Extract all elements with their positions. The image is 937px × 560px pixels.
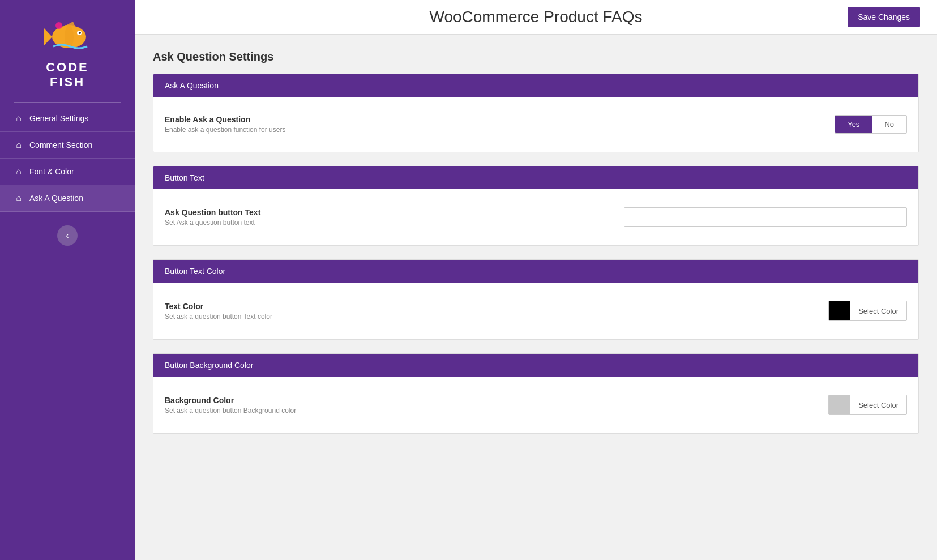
home-icon-2: ⌂ xyxy=(14,140,24,150)
content-area: Ask Question Settings Ask A Question Ena… xyxy=(135,35,937,560)
setting-info-4: Background Color Set ask a question butt… xyxy=(165,396,296,414)
yes-no-toggle: Yes No xyxy=(835,115,907,134)
sidebar-item-font-color[interactable]: ⌂ Font & Color xyxy=(0,159,135,185)
home-icon-4: ⌂ xyxy=(14,193,24,203)
sidebar-item-label: General Settings xyxy=(29,114,88,123)
sidebar-item-label: Ask A Question xyxy=(29,194,83,203)
codefish-logo xyxy=(42,11,93,57)
card-body-4: Background Color Set ask a question butt… xyxy=(153,377,918,433)
sidebar-item-general-settings[interactable]: ⌂ General Settings xyxy=(0,105,135,132)
sidebar-divider xyxy=(14,102,121,103)
setting-row-enable: Enable Ask a Question Enable ask a quest… xyxy=(165,110,907,138)
sidebar-nav: ⌂ General Settings ⌂ Comment Section ⌂ F… xyxy=(0,105,135,212)
sidebar-item-comment-section[interactable]: ⌂ Comment Section xyxy=(0,132,135,159)
sidebar-item-label: Comment Section xyxy=(29,140,92,149)
button-text-card: Button Text Ask Question button Text Set… xyxy=(153,166,919,246)
main-content: WooCommerce Product FAQs Save Changes As… xyxy=(135,0,937,560)
card-header-ask-a-question: Ask A Question xyxy=(153,74,918,97)
sidebar: CODE FISH ⌂ General Settings ⌂ Comment S… xyxy=(0,0,135,560)
svg-point-6 xyxy=(55,22,62,29)
card-header-bg-color: Button Background Color xyxy=(153,354,918,377)
section-heading: Ask Question Settings xyxy=(153,50,919,63)
card-body: Enable Ask a Question Enable ask a quest… xyxy=(153,97,918,152)
setting-row-bg-color: Background Color Set ask a question butt… xyxy=(165,390,907,420)
card-header-button-text: Button Text xyxy=(153,166,918,189)
setting-desc-4: Set ask a question button Background col… xyxy=(165,407,296,414)
button-text-color-card: Button Text Color Text Color Set ask a q… xyxy=(153,259,919,340)
svg-point-3 xyxy=(79,32,81,34)
collapse-sidebar-button[interactable]: ‹ xyxy=(57,225,78,246)
page-title: WooCommerce Product FAQs xyxy=(429,8,642,26)
logo-text: CODE FISH xyxy=(46,60,89,90)
setting-label-3: Text Color xyxy=(165,302,272,311)
text-color-swatch xyxy=(829,301,850,320)
bg-color-picker[interactable]: Select Color xyxy=(828,395,907,415)
bg-color-select-button[interactable]: Select Color xyxy=(850,396,906,414)
top-bar: WooCommerce Product FAQs Save Changes xyxy=(135,0,937,35)
home-icon-3: ⌂ xyxy=(14,166,24,177)
setting-info-3: Text Color Set ask a question button Tex… xyxy=(165,302,272,320)
sidebar-item-ask-a-question[interactable]: ⌂ Ask A Question xyxy=(0,185,135,212)
setting-row-button-text: Ask Question button Text Set Ask a quest… xyxy=(165,203,907,232)
bg-color-swatch xyxy=(829,395,850,414)
save-changes-button[interactable]: Save Changes xyxy=(848,7,920,27)
logo-area: CODE FISH xyxy=(0,0,135,100)
card-header-text-color: Button Text Color xyxy=(153,260,918,283)
setting-desc: Enable ask a question function for users xyxy=(165,126,285,134)
yes-button[interactable]: Yes xyxy=(835,116,872,133)
setting-label: Enable Ask a Question xyxy=(165,115,285,124)
setting-label-4: Background Color xyxy=(165,396,296,405)
no-button[interactable]: No xyxy=(872,116,906,133)
svg-marker-1 xyxy=(44,28,52,45)
setting-info: Enable Ask a Question Enable ask a quest… xyxy=(165,115,285,134)
card-body-2: Ask Question button Text Set Ask a quest… xyxy=(153,189,918,245)
text-color-picker[interactable]: Select Color xyxy=(828,301,907,321)
button-bg-color-card: Button Background Color Background Color… xyxy=(153,353,919,434)
setting-desc-2: Set Ask a question button text xyxy=(165,219,260,226)
card-body-3: Text Color Set ask a question button Tex… xyxy=(153,283,918,339)
setting-label-2: Ask Question button Text xyxy=(165,208,260,217)
home-icon: ⌂ xyxy=(14,113,24,123)
setting-row-text-color: Text Color Set ask a question button Tex… xyxy=(165,296,907,326)
ask-question-button-text-input[interactable] xyxy=(624,207,907,227)
setting-info-2: Ask Question button Text Set Ask a quest… xyxy=(165,208,260,226)
setting-desc-3: Set ask a question button Text color xyxy=(165,313,272,320)
ask-a-question-card: Ask A Question Enable Ask a Question Ena… xyxy=(153,74,919,152)
text-color-select-button[interactable]: Select Color xyxy=(850,302,906,320)
sidebar-item-label: Font & Color xyxy=(29,167,74,176)
